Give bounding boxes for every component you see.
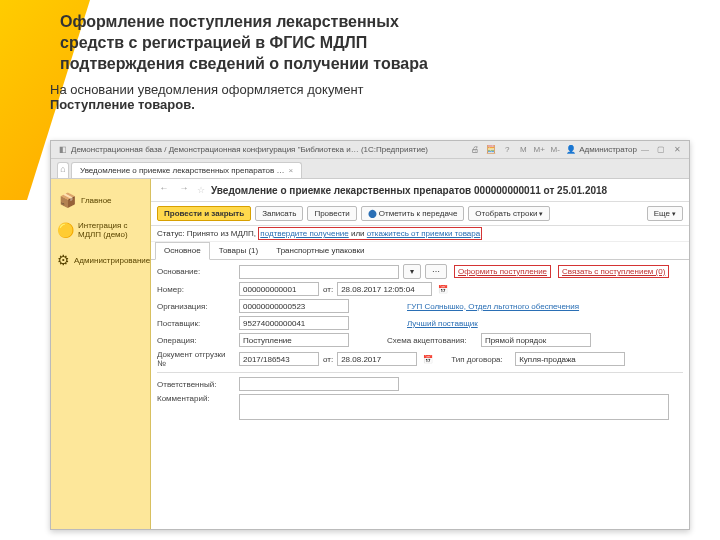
sidebar: 📦 Главное 🟡 Интеграция с МДЛП (демо) ⚙ А… [51,179,151,529]
maximize-icon[interactable]: ▢ [655,144,667,156]
m-minus-icon[interactable]: M- [549,144,561,156]
gear-icon: ⚙ [57,251,70,269]
tab-close-icon[interactable]: × [289,166,294,175]
sidebar-item-label: Интеграция с МДЛП (демо) [78,221,144,239]
box-icon: 📦 [57,191,77,209]
save-button[interactable]: Записать [255,206,303,221]
tab-strip: ⌂ Уведомление о приемке лекарственных пр… [51,159,689,179]
sidebar-item-admin[interactable]: ⚙ Администрирование [55,245,146,275]
m-icon[interactable]: M [517,144,529,156]
basis-label: Основание: [157,267,235,276]
sidebar-item-label: Администрирование [74,256,150,265]
subtab-main[interactable]: Основное [155,242,210,260]
titlebar: ◧ Демонстрационная база / Демонстрационн… [51,141,689,159]
close-icon[interactable]: ✕ [671,144,683,156]
user-icon[interactable]: 👤 [565,144,577,156]
basis-dropdown[interactable]: ▾ [403,264,421,279]
sidebar-item-main[interactable]: 📦 Главное [55,185,146,215]
org-label: Организация: [157,302,235,311]
user-name: Администратор [579,145,637,154]
back-arrow-icon[interactable]: ← [157,183,171,197]
basis-open[interactable]: ⋯ [425,264,447,279]
resp-label: Ответственный: [157,380,235,389]
sidebar-item-mdlp[interactable]: 🟡 Интеграция с МДЛП (демо) [55,215,146,245]
org-code-input[interactable]: 00000000000523 [239,299,349,313]
app-icon: ◧ [57,144,69,156]
scheme-label: Схема акцептования: [387,336,477,345]
basis-input[interactable] [239,265,399,279]
number-input[interactable]: 000000000001 [239,282,319,296]
ship-label: Документ отгрузки № [157,350,235,368]
minimize-icon[interactable]: — [639,144,651,156]
help-icon[interactable]: ? [501,144,513,156]
more-button[interactable]: Еще ▾ [647,206,683,221]
doc-title: Уведомление о приемке лекарственных преп… [211,185,683,196]
ship-no-input[interactable]: 2017/186543 [239,352,319,366]
calendar-icon[interactable] [436,285,448,294]
supplier-label: Поставщик: [157,319,235,328]
deal-label: Тип договора: [451,355,511,364]
link-receipt-link[interactable]: Связать с поступлением (0) [558,265,669,278]
select-rows-button[interactable]: Отобрать строки ▾ [468,206,550,221]
sidebar-item-label: Главное [81,196,112,205]
fwd-arrow-icon[interactable]: → [177,183,191,197]
number-label: Номер: [157,285,235,294]
app-window: ◧ Демонстрационная база / Демонстрационн… [50,140,690,530]
slide-title: Оформление поступления лекарственных сре… [0,0,720,78]
subtab-packs[interactable]: Транспортные упаковки [267,242,373,259]
toolbar: Провести и закрыть Записать Провести ⬤ О… [151,202,689,226]
resp-input[interactable] [239,377,399,391]
mark-transfer-button[interactable]: ⬤ Отметить к передаче [361,206,465,221]
calendar-icon[interactable] [421,355,433,364]
org-link[interactable]: ГУП Солнышко, Отдел льготного обеспечени… [407,302,579,311]
confirm-link[interactable]: подтвердите получение [260,229,348,238]
subtabs: Основное Товары (1) Транспортные упаковк… [151,242,689,260]
status-row: Статус: Принято из МДЛП, подтвердите пол… [151,226,689,242]
post-close-button[interactable]: Провести и закрыть [157,206,251,221]
op-label: Операция: [157,336,235,345]
op-input[interactable]: Поступление [239,333,349,347]
comment-input[interactable] [239,394,669,420]
circle-icon: 🟡 [57,221,74,239]
home-tab-icon[interactable]: ⌂ [57,162,69,178]
scheme-input[interactable]: Прямой порядок [481,333,591,347]
slide-subtitle: На основании уведомления оформляется док… [0,78,720,120]
supplier-code-input[interactable]: 95274000000041 [239,316,349,330]
m-plus-icon[interactable]: M+ [533,144,545,156]
star-icon[interactable]: ☆ [197,185,205,195]
create-receipt-link[interactable]: Оформить поступление [454,265,551,278]
subtab-goods[interactable]: Товары (1) [210,242,268,259]
date-input[interactable]: 28.08.2017 12:05:04 [337,282,432,296]
deal-input[interactable]: Купля-продажа [515,352,625,366]
tab-doc: Уведомление о приемке лекарственных преп… [71,162,302,178]
form-area: Основание: ▾ ⋯ Оформить поступление Связ… [151,260,689,529]
print-icon[interactable]: 🖨 [469,144,481,156]
ship-date-input[interactable]: 28.08.2017 [337,352,417,366]
doc-header: ← → ☆ Уведомление о приемке лекарственны… [151,179,689,202]
comment-label: Комментарий: [157,394,235,403]
titlebar-text: Демонстрационная база / Демонстрационная… [71,145,428,154]
calc-icon[interactable]: 🧮 [485,144,497,156]
supplier-link[interactable]: Лучший поставщик [407,319,478,328]
reject-link[interactable]: откажитесь от приемки товара [367,229,480,238]
post-button[interactable]: Провести [307,206,356,221]
